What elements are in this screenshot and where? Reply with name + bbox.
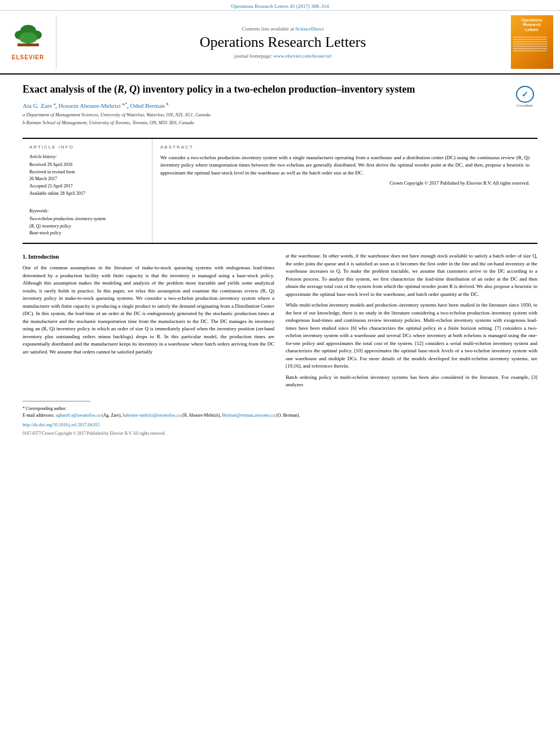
corresponding-note: * Corresponding author. bbox=[23, 405, 537, 412]
received-date: Received 29 April 2016 bbox=[29, 161, 145, 169]
history-label: Article history: bbox=[29, 154, 145, 159]
keywords-label: Keywords: bbox=[29, 208, 145, 213]
cover-thumbnail: OperationsResearchLetters bbox=[511, 15, 553, 69]
affiliations: a Department of Management Sciences, Uni… bbox=[23, 112, 506, 126]
author-berman[interactable]: Oded Berman bbox=[130, 102, 164, 109]
author-abouee[interactable]: Hossein Abouee-Mehrizi bbox=[59, 102, 121, 109]
crossmark-area: ✓ CrossMark bbox=[512, 83, 537, 107]
keywords-section: Keywords: Two-echelon production–invento… bbox=[29, 208, 145, 237]
accepted-date: Accepted 21 April 2017 bbox=[29, 183, 145, 190]
cover-title-text: OperationsResearchLetters bbox=[522, 18, 542, 32]
affiliation-a: a Department of Management Sciences, Uni… bbox=[23, 112, 506, 119]
journal-title: Operations Research Letters bbox=[200, 34, 366, 51]
crossmark-label: CrossMark bbox=[517, 104, 533, 107]
page: Operations Research Letters 45 (2017) 30… bbox=[0, 0, 560, 747]
right-column: at the warehouse. In other words, if the… bbox=[286, 252, 537, 392]
sciencedirect-link[interactable]: ScienceDirect bbox=[295, 26, 323, 32]
footnotes-area: * Corresponding author. E-mail addresses… bbox=[0, 404, 560, 420]
email-link[interactable]: aghareh a@uwaterloo.ca bbox=[56, 413, 100, 418]
banner-text: Operations Research Letters 45 (2017) 30… bbox=[231, 3, 329, 9]
email-link-2[interactable]: habouee-mehrizi@uwaterloo.ca bbox=[123, 413, 181, 418]
journal-header: ELSEVIER Contents lists available at Sci… bbox=[0, 11, 560, 75]
crossmark-circle: ✓ bbox=[516, 86, 534, 103]
svg-rect-6 bbox=[18, 43, 39, 46]
keyword-3: Base-stock policy bbox=[29, 230, 145, 237]
email-note: E-mail addresses: aghareh a@uwaterloo.ca… bbox=[23, 412, 537, 419]
footnote-divider bbox=[23, 401, 90, 401]
available-date: Available online 28 April 2017 bbox=[29, 190, 145, 198]
article-title-section: Exact analysis of the (R, Q) inventory p… bbox=[23, 83, 537, 132]
section1-heading: 1. Introduction bbox=[23, 252, 274, 261]
article-history: Article history: Received 29 April 2016 … bbox=[29, 154, 145, 198]
intro-para4: Batch ordering policy in multi-echelon i… bbox=[286, 374, 537, 389]
doi-section: http://dx.doi.org/10.1016/j.orl.2017.04.… bbox=[0, 420, 560, 430]
cover-decoration bbox=[513, 36, 551, 53]
main-columns: 1. Introduction One of the common assump… bbox=[23, 252, 537, 392]
keyword-1: Two-echelon production–inventory system bbox=[29, 216, 145, 223]
article-body: Exact analysis of the (R, Q) inventory p… bbox=[0, 75, 560, 398]
svg-point-5 bbox=[19, 32, 37, 43]
bottom-copyright: 0167-6377/Crown Copyright © 2017 Publish… bbox=[0, 430, 560, 439]
journal-homepage-link[interactable]: www.elsevier.com/locate/orl bbox=[273, 53, 331, 59]
journal-banner: Operations Research Letters 45 (2017) 30… bbox=[0, 0, 560, 11]
doi-link[interactable]: http://dx.doi.org/10.1016/j.orl.2017.04.… bbox=[23, 422, 100, 427]
journal-cover: OperationsResearchLetters bbox=[509, 15, 554, 69]
article-info-panel: ARTICLE INFO Article history: Received 2… bbox=[23, 139, 152, 243]
article-info-title: ARTICLE INFO bbox=[29, 145, 145, 150]
journal-center-info: Contents lists available at ScienceDirec… bbox=[62, 15, 504, 69]
info-abstract-row: ARTICLE INFO Article history: Received 2… bbox=[23, 138, 537, 244]
article-title: Exact analysis of the (R, Q) inventory p… bbox=[23, 83, 506, 96]
intro-para1: One of the common assumptions in the lit… bbox=[23, 264, 274, 356]
authors-line: Ata G. Zare a, Hossein Abouee-Mehrizi a,… bbox=[23, 102, 506, 109]
article-title-area: Exact analysis of the (R, Q) inventory p… bbox=[23, 83, 506, 128]
email-link-3[interactable]: Berman@rotman.utoronto.ca bbox=[222, 413, 275, 418]
abstract-title: ABSTRACT bbox=[160, 145, 530, 150]
keyword-2: (R, Q) inventory policy bbox=[29, 223, 145, 230]
affiliation-b: b Rotman School of Management, Universit… bbox=[23, 120, 506, 126]
journal-homepage-line: journal homepage: www.elsevier.com/locat… bbox=[234, 53, 331, 59]
intro-para2: at the warehouse. In other words, if the… bbox=[286, 252, 537, 298]
elsevier-logo-image bbox=[6, 24, 50, 52]
elsevier-label: ELSEVIER bbox=[12, 54, 44, 60]
abstract-panel: ABSTRACT We consider a two-echelon produ… bbox=[152, 139, 537, 243]
left-column: 1. Introduction One of the common assump… bbox=[23, 252, 274, 392]
abstract-copyright: Crown Copyright © 2017 Published by Else… bbox=[160, 180, 530, 186]
elsevier-logo-area: ELSEVIER bbox=[6, 15, 56, 69]
abstract-text: We consider a two-echelon production–inv… bbox=[160, 154, 530, 177]
intro-para3: While multi-echelon inventory models and… bbox=[286, 302, 537, 370]
contents-line: Contents lists available at ScienceDirec… bbox=[242, 26, 324, 32]
revised-date: Received in revised form26 March 2017 bbox=[29, 169, 145, 184]
author-zare[interactable]: Ata G. Zare bbox=[23, 102, 52, 109]
crossmark-logo[interactable]: ✓ CrossMark bbox=[514, 86, 536, 107]
